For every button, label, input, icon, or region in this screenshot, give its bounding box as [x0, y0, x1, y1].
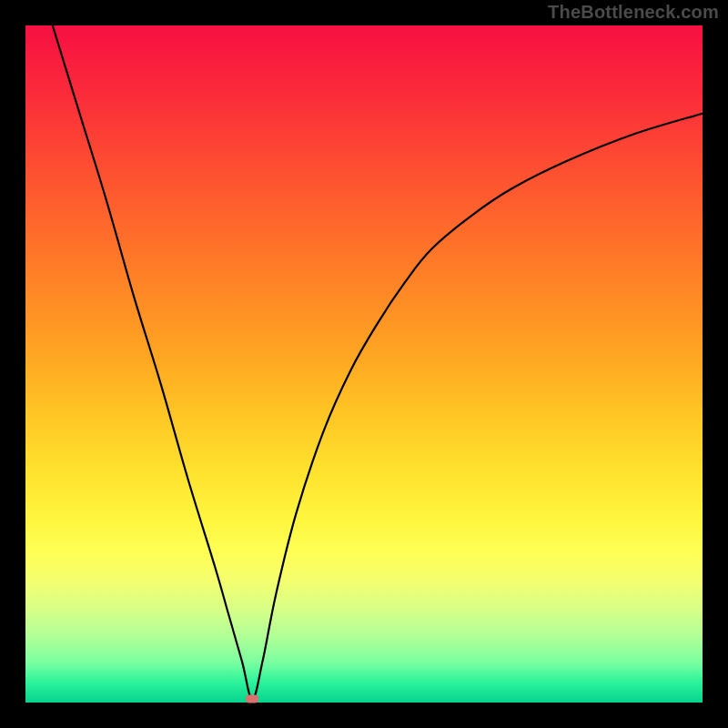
- bottleneck-curve: [53, 25, 703, 699]
- curve-svg: [25, 25, 703, 703]
- watermark-text: TheBottleneck.com: [548, 2, 719, 23]
- chart-frame: TheBottleneck.com: [0, 0, 728, 728]
- minimum-marker: [246, 695, 258, 703]
